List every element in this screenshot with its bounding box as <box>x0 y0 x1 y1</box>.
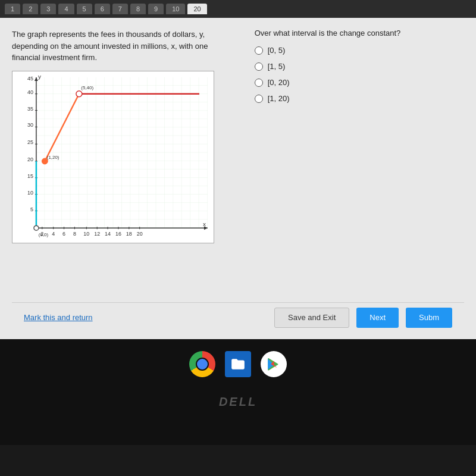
taskbar: DELL <box>0 339 476 445</box>
svg-text:25: 25 <box>27 139 33 145</box>
tab-7[interactable]: 7 <box>112 4 128 14</box>
tab-active[interactable]: 20 <box>187 4 206 14</box>
option-1-20[interactable]: [1, 20) <box>255 94 464 103</box>
tab-2[interactable]: 2 <box>23 4 38 14</box>
svg-text:(1,20): (1,20) <box>47 154 60 159</box>
svg-text:10: 10 <box>83 231 89 237</box>
svg-rect-0 <box>36 77 208 227</box>
svg-text:15: 15 <box>27 173 33 178</box>
svg-text:10: 10 <box>27 189 33 195</box>
tab-1[interactable]: 1 <box>5 4 20 14</box>
radio-0-5[interactable] <box>255 46 263 55</box>
tab-6[interactable]: 6 <box>95 4 110 14</box>
submit-button[interactable]: Subm <box>406 308 452 328</box>
option-1-5[interactable]: [1, 5) <box>255 62 464 71</box>
option-0-5-label: [0, 5) <box>268 46 286 55</box>
left-section: The graph represents the fees in thousan… <box>12 29 243 302</box>
option-1-5-label: [1, 5) <box>268 62 286 71</box>
dell-brand: DELL <box>219 395 257 409</box>
graph-svg: 2 4 6 8 10 12 14 16 18 20 <box>12 71 214 243</box>
svg-text:(0,0): (0,0) <box>39 232 49 237</box>
svg-text:14: 14 <box>105 231 111 237</box>
tab-8[interactable]: 8 <box>130 4 146 14</box>
svg-text:20: 20 <box>27 156 33 162</box>
option-0-20[interactable]: [0, 20) <box>255 78 464 87</box>
bottom-bar: Mark this and return Save and Exit Next … <box>12 302 464 332</box>
svg-text:40: 40 <box>27 89 33 95</box>
svg-text:16: 16 <box>115 231 121 237</box>
svg-text:12: 12 <box>94 231 100 237</box>
svg-text:8: 8 <box>73 231 76 237</box>
tab-3[interactable]: 3 <box>40 4 56 14</box>
chrome-icon[interactable] <box>189 351 215 377</box>
svg-text:6: 6 <box>62 231 65 237</box>
tab-9[interactable]: 9 <box>148 4 164 14</box>
radio-1-20[interactable] <box>255 95 263 103</box>
svg-text:45: 45 <box>27 75 33 81</box>
right-question-text: Over what interval is the change constan… <box>255 29 464 37</box>
svg-text:18: 18 <box>126 231 132 237</box>
next-button[interactable]: Next <box>356 308 399 328</box>
svg-text:y: y <box>38 73 41 79</box>
option-0-20-label: [0, 20) <box>268 78 290 87</box>
top-bar: 1 2 3 4 5 6 7 8 9 10 20 <box>0 0 476 18</box>
content-area: The graph represents the fees in thousan… <box>0 18 476 339</box>
files-icon[interactable] <box>225 351 251 377</box>
radio-0-20[interactable] <box>255 79 263 87</box>
question-text-left: The graph represents the fees in thousan… <box>12 29 243 64</box>
tab-4[interactable]: 4 <box>58 4 74 14</box>
option-1-20-label: [1, 20) <box>268 94 290 103</box>
tab-10[interactable]: 10 <box>166 4 185 14</box>
svg-text:20: 20 <box>137 231 143 237</box>
question-row: The graph represents the fees in thousan… <box>12 29 464 302</box>
svg-text:35: 35 <box>27 105 33 111</box>
graph-container: 2 4 6 8 10 12 14 16 18 20 <box>12 71 214 243</box>
radio-1-5[interactable] <box>255 62 263 71</box>
svg-text:5: 5 <box>30 206 33 212</box>
tab-5[interactable]: 5 <box>77 4 92 14</box>
save-exit-button[interactable]: Save and Exit <box>274 308 349 328</box>
svg-text:30: 30 <box>27 122 33 128</box>
mark-return-link[interactable]: Mark this and return <box>24 313 267 322</box>
play-store-icon[interactable] <box>261 351 287 377</box>
right-section: Over what interval is the change constan… <box>255 29 464 302</box>
point-5-40 <box>76 90 82 96</box>
option-0-5[interactable]: [0, 5) <box>255 46 464 55</box>
dock <box>189 351 287 377</box>
point-0-0 <box>34 226 39 230</box>
svg-text:(5,40): (5,40) <box>81 84 93 90</box>
svg-text:x: x <box>203 221 206 227</box>
svg-text:4: 4 <box>52 231 55 237</box>
